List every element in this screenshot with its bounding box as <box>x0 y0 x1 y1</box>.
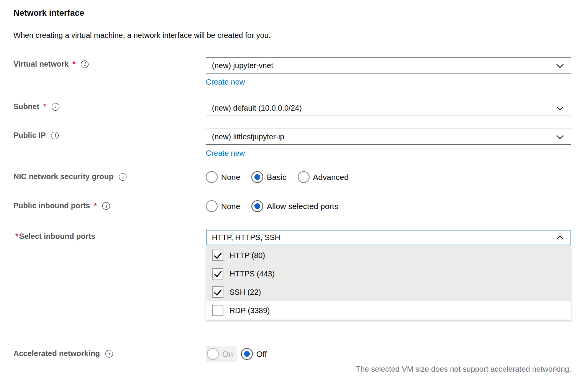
radio-icon[interactable] <box>298 171 310 183</box>
radio-label: Advanced <box>313 173 349 182</box>
info-icon[interactable]: i <box>105 350 113 358</box>
radio-label: None <box>221 173 240 182</box>
virtual-network-control: (new) jupyter-vnet Create new <box>206 57 571 87</box>
chevron-down-icon <box>556 61 563 68</box>
public-ip-row: Public IP i (new) littlestjupyter-ip Cre… <box>13 129 571 158</box>
select-inbound-ports-combobox[interactable]: HTTP, HTTPS, SSH <box>206 230 571 245</box>
port-option-label: HTTP (80) <box>230 251 265 260</box>
radio-label: None <box>221 202 240 211</box>
info-icon[interactable]: i <box>81 60 89 68</box>
public-inbound-ports-label: Public inbound ports * i <box>13 201 110 210</box>
subnet-value: (new) default (10.0.0.0/24) <box>212 104 302 113</box>
port-option-ssh[interactable]: SSH (22) <box>206 283 571 301</box>
port-option-https[interactable]: HTTPS (443) <box>206 265 571 283</box>
public-inbound-ports-row: Public inbound ports * i None Allow sele… <box>13 200 571 212</box>
required-marker: * <box>15 232 18 241</box>
public-ip-value: (new) littlestjupyter-ip <box>212 132 284 141</box>
inbound-ports-dropdown-panel: HTTP (80) HTTPS (443) SSH (22) RDP (3389… <box>206 246 571 320</box>
radio-icon <box>207 348 219 360</box>
required-marker: * <box>43 102 46 111</box>
accelerated-networking-option-on: On <box>206 346 237 362</box>
nic-nsg-label-wrap: NIC network security group i <box>13 171 206 181</box>
chevron-down-icon <box>556 132 563 139</box>
accelerated-networking-row: Accelerated networking i On Off The sele… <box>13 346 571 374</box>
checkbox-icon[interactable] <box>212 305 223 316</box>
nic-nsg-option-basic[interactable]: Basic <box>251 171 286 183</box>
select-inbound-ports-label-text: Select inbound ports <box>19 232 95 241</box>
virtual-network-dropdown[interactable]: (new) jupyter-vnet <box>206 57 571 74</box>
radio-icon[interactable] <box>251 200 263 212</box>
select-inbound-ports-row: * Select inbound ports HTTP, HTTPS, SSH … <box>13 230 571 320</box>
port-option-label: HTTPS (443) <box>230 270 275 278</box>
page-description: When creating a virtual machine, a netwo… <box>13 31 271 40</box>
subnet-label-text: Subnet <box>13 102 39 111</box>
virtual-network-label-text: Virtual network <box>13 60 69 69</box>
nic-nsg-label-text: NIC network security group <box>13 172 113 181</box>
info-icon[interactable]: i <box>102 202 110 210</box>
radio-label: Basic <box>267 173 286 182</box>
nic-nsg-option-none[interactable]: None <box>206 171 240 183</box>
radio-icon[interactable] <box>206 171 218 183</box>
radio-icon[interactable] <box>241 348 253 360</box>
virtual-network-label: Virtual network * i <box>13 60 89 69</box>
virtual-network-label-wrap: Virtual network * i <box>13 57 206 69</box>
accelerated-networking-note: The selected VM size does not support ac… <box>206 365 571 374</box>
chevron-up-icon <box>556 235 563 242</box>
required-marker: * <box>93 201 97 210</box>
select-inbound-ports-label: * Select inbound ports <box>15 232 95 241</box>
select-inbound-ports-label-wrap: * Select inbound ports <box>13 230 206 241</box>
virtual-network-create-new-link[interactable]: Create new <box>206 78 245 87</box>
public-inbound-ports-label-wrap: Public inbound ports * i <box>13 200 206 210</box>
subnet-row: Subnet * i (new) default (10.0.0.0/24) <box>13 100 571 116</box>
page-title: Network interface <box>13 8 84 18</box>
public-inbound-ports-option-allow[interactable]: Allow selected ports <box>251 200 338 212</box>
accelerated-networking-label: Accelerated networking i <box>13 349 113 358</box>
subnet-control: (new) default (10.0.0.0/24) <box>206 100 571 116</box>
public-ip-label-wrap: Public IP i <box>13 129 206 140</box>
nic-nsg-option-advanced[interactable]: Advanced <box>298 171 349 183</box>
public-ip-control: (new) littlestjupyter-ip Create new <box>206 129 571 158</box>
public-inbound-ports-option-none[interactable]: None <box>206 200 240 212</box>
port-option-label: SSH (22) <box>230 288 261 297</box>
accelerated-networking-toggle: On Off <box>206 346 571 362</box>
nic-nsg-radio-group: None Basic Advanced <box>206 171 571 183</box>
accelerated-networking-control: On Off The selected VM size does not sup… <box>206 346 571 374</box>
port-option-label: RDP (3389) <box>230 306 270 315</box>
public-ip-label: Public IP i <box>13 131 59 140</box>
select-inbound-ports-value: HTTP, HTTPS, SSH <box>212 233 280 242</box>
network-interface-form: Network interface When creating a virtua… <box>0 0 587 392</box>
public-inbound-ports-label-text: Public inbound ports <box>13 201 90 210</box>
radio-label: Allow selected ports <box>267 202 338 211</box>
nic-nsg-row: NIC network security group i None Basic … <box>13 171 571 183</box>
select-inbound-ports-control: HTTP, HTTPS, SSH HTTP (80) HTTPS (443) S… <box>206 230 571 320</box>
info-icon[interactable]: i <box>119 173 126 181</box>
required-marker: * <box>72 60 75 69</box>
accelerated-networking-label-text: Accelerated networking <box>13 349 100 358</box>
public-inbound-ports-radio-group: None Allow selected ports <box>206 200 571 212</box>
accelerated-networking-label-wrap: Accelerated networking i <box>13 346 206 358</box>
radio-label: Off <box>256 350 267 359</box>
public-ip-create-new-link[interactable]: Create new <box>206 149 245 158</box>
radio-icon[interactable] <box>251 171 263 183</box>
public-ip-dropdown[interactable]: (new) littlestjupyter-ip <box>206 129 571 145</box>
port-option-rdp[interactable]: RDP (3389) <box>206 301 571 320</box>
info-icon[interactable]: i <box>51 132 59 139</box>
port-option-http[interactable]: HTTP (80) <box>206 246 571 265</box>
checkbox-icon[interactable] <box>212 268 223 279</box>
radio-icon[interactable] <box>206 200 218 212</box>
public-ip-label-text: Public IP <box>13 131 46 140</box>
subnet-label: Subnet * i <box>13 102 59 111</box>
info-icon[interactable]: i <box>52 103 59 111</box>
chevron-down-icon <box>556 103 563 110</box>
checkbox-icon[interactable] <box>212 250 223 261</box>
virtual-network-value: (new) jupyter-vnet <box>212 61 273 70</box>
checkbox-icon[interactable] <box>212 286 223 298</box>
accelerated-networking-option-off[interactable]: Off <box>240 346 271 362</box>
subnet-label-wrap: Subnet * i <box>13 100 206 111</box>
virtual-network-row: Virtual network * i (new) jupyter-vnet C… <box>13 57 571 87</box>
radio-label: On <box>222 350 233 359</box>
subnet-dropdown[interactable]: (new) default (10.0.0.0/24) <box>206 100 571 116</box>
nic-nsg-label: NIC network security group i <box>13 172 126 181</box>
